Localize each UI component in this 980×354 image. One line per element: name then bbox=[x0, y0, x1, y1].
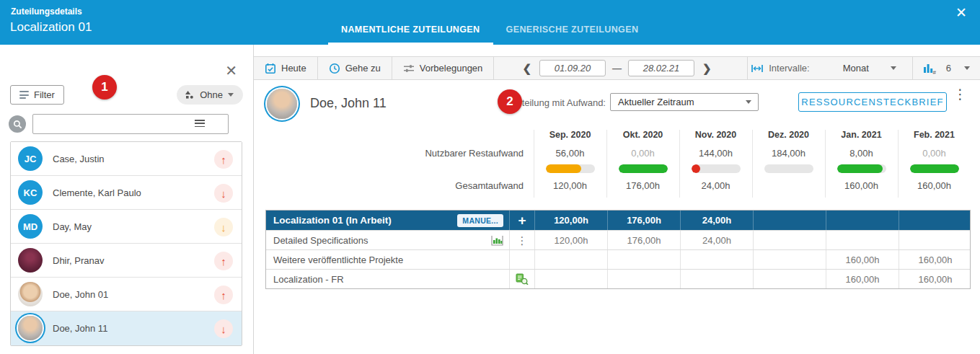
capacity-bar bbox=[546, 164, 595, 173]
work-item-hours[interactable] bbox=[680, 250, 753, 269]
histogram-icon[interactable] bbox=[491, 235, 503, 246]
ressourcensteckbrief-button[interactable]: RESSOURCENSTECKBRIEF bbox=[798, 92, 947, 112]
restaufwand-value: 0,00h bbox=[898, 148, 971, 159]
work-item-hours[interactable]: 176,00h bbox=[607, 231, 680, 249]
group-by-dropdown[interactable]: Ohne bbox=[177, 85, 243, 105]
project-month-value: 120,00h bbox=[534, 211, 607, 230]
work-item-hours[interactable]: 120,00h bbox=[534, 231, 607, 249]
person-name: Clemente, Karl Paulo bbox=[53, 187, 141, 198]
gesamtaufwand-value: 176,00h bbox=[606, 180, 679, 191]
avatar bbox=[18, 316, 43, 340]
avatar bbox=[18, 248, 43, 273]
month-header: Sep. 2020 bbox=[534, 130, 606, 140]
work-item-hours[interactable] bbox=[899, 231, 971, 249]
prev-period-icon[interactable]: ❮ bbox=[521, 62, 533, 75]
work-item-hours[interactable] bbox=[753, 250, 826, 269]
work-item-hours[interactable] bbox=[753, 270, 826, 288]
work-item-hours[interactable] bbox=[753, 231, 826, 249]
gehe-zu-label: Gehe zu bbox=[345, 63, 381, 74]
capacity-bar bbox=[619, 164, 668, 173]
row-icon-slot bbox=[509, 250, 534, 269]
person-name: Dhir, Pranav bbox=[53, 255, 105, 266]
bar-chart-count-icon: # bbox=[923, 63, 937, 74]
restaufwand-value: 0,00h bbox=[606, 148, 679, 159]
more-options-icon[interactable]: ⋮ bbox=[953, 90, 965, 98]
group-by-value: Ohne bbox=[200, 89, 223, 100]
date-range-dash: — bbox=[612, 63, 622, 74]
work-item-hours[interactable] bbox=[680, 270, 753, 288]
list-item-doe-john-01[interactable]: Doe, John 01 ↑ bbox=[11, 278, 242, 311]
table-row-detailed-specifications[interactable]: Detailed Specifications ⋮ 120,00h 176,00… bbox=[266, 230, 970, 249]
allocation-main-panel: Heute Gehe zu Vorbelegungen ❮ — bbox=[254, 45, 980, 354]
work-item-hours[interactable]: 160,00h bbox=[899, 250, 971, 269]
tab-namentliche-zuteilungen[interactable]: NAMENTLICHE ZUTEILUNGEN bbox=[328, 25, 493, 45]
restaufwand-value: 8,00h bbox=[825, 148, 898, 159]
capacity-bar bbox=[837, 164, 886, 173]
list-item-case-justin[interactable]: JC Case, Justin ↑ bbox=[11, 142, 242, 176]
filter-button[interactable]: Filter bbox=[10, 85, 64, 105]
list-item-day-may[interactable]: MD Day, May ↓ bbox=[11, 210, 242, 244]
work-item-hours[interactable]: 24,00h bbox=[680, 231, 753, 249]
search-options-icon[interactable] bbox=[195, 120, 205, 127]
project-header-row: Localization 01 (In Arbeit) MANUE... + 1… bbox=[266, 211, 970, 230]
dialog-header: Zuteilungsdetails Localization 01 NAMENT… bbox=[0, 0, 980, 45]
person-name: Case, Justin bbox=[53, 154, 105, 164]
list-item-doe-john-11[interactable]: Doe, John 11 ↓ bbox=[11, 311, 242, 345]
work-item-name: Weitere veröffentlichte Projekte bbox=[273, 255, 503, 265]
chevron-down-icon bbox=[228, 93, 234, 97]
gehe-zu-button[interactable]: Gehe zu bbox=[318, 57, 392, 79]
date-from-input[interactable] bbox=[539, 60, 606, 76]
tab-generische-zuteilungen[interactable]: GENERISCHE ZUTEILUNGEN bbox=[493, 25, 652, 45]
project-month-value bbox=[899, 211, 971, 230]
heute-button[interactable]: Heute bbox=[254, 57, 317, 79]
work-items-table: Localization 01 (In Arbeit) MANUE... + 1… bbox=[265, 210, 971, 289]
person-name: Doe, John 11 bbox=[53, 323, 107, 334]
date-range-navigator: ❮ — ❯ bbox=[521, 57, 712, 79]
work-item-hours[interactable] bbox=[607, 250, 680, 269]
sidebar-close-icon[interactable]: ✕ bbox=[225, 62, 237, 79]
work-item-hours[interactable]: 160,00h bbox=[826, 270, 899, 288]
intervalle-dropdown[interactable]: Intervalle: Monat bbox=[748, 57, 912, 79]
work-item-hours[interactable] bbox=[826, 231, 899, 249]
zuteilungsdetails-dialog: Zuteilungsdetails Localization 01 NAMENT… bbox=[0, 0, 980, 354]
vorbelegungen-label: Vorbelegungen bbox=[420, 63, 482, 74]
work-item-hours[interactable]: 160,00h bbox=[899, 270, 971, 288]
header-tabs: NAMENTLICHE ZUTEILUNGEN GENERISCHE ZUTEI… bbox=[328, 0, 651, 45]
project-month-value: 24,00h bbox=[680, 211, 753, 230]
overload-arrow-icon: ↑ bbox=[214, 286, 233, 304]
project-title: Localization 01 (In Arbeit) bbox=[273, 215, 457, 226]
work-item-hours[interactable] bbox=[607, 270, 680, 288]
clock-icon bbox=[329, 63, 340, 74]
table-row-localization-fr[interactable]: Localization - FR 160,00h 160,00h bbox=[266, 269, 970, 288]
filter-button-label: Filter bbox=[34, 89, 55, 100]
work-item-hours[interactable] bbox=[534, 270, 607, 288]
avatar bbox=[18, 282, 43, 306]
timeline-toolbar: Heute Gehe zu Vorbelegungen ❮ — bbox=[254, 56, 980, 80]
published-search-icon[interactable] bbox=[509, 270, 534, 288]
avatar: KC bbox=[18, 180, 43, 205]
list-item-dhir-pranav[interactable]: Dhir, Pranav ↑ bbox=[11, 244, 242, 278]
table-row-weitere-projekte[interactable]: Weitere veröffentlichte Projekte 160,00h… bbox=[266, 249, 970, 269]
resource-sidebar: ✕ Filter Ohne JC Case, Justin ↑ KC bbox=[0, 45, 254, 354]
zeitraum-select[interactable]: Aktueller Zeitraum bbox=[610, 93, 759, 111]
overload-arrow-icon: ↑ bbox=[214, 150, 233, 169]
list-item-clemente-karl-paulo[interactable]: KC Clemente, Karl Paulo ↓ bbox=[11, 176, 242, 210]
annotation-badge-2: 2 bbox=[498, 89, 522, 114]
manuell-badge[interactable]: MANUE... bbox=[457, 214, 503, 227]
row-more-options-icon[interactable]: ⋮ bbox=[509, 231, 534, 249]
filter-icon bbox=[19, 91, 29, 99]
dialog-subtitle: Zuteilungsdetails bbox=[11, 6, 82, 17]
gesamtaufwand-value: 160,00h bbox=[898, 180, 971, 191]
date-to-input[interactable] bbox=[628, 60, 694, 76]
work-item-name: Detailed Specifications bbox=[273, 235, 491, 246]
work-item-hours[interactable]: 160,00h bbox=[826, 250, 899, 269]
month-header: Nov. 2020 bbox=[679, 130, 752, 140]
close-icon[interactable]: ✕ bbox=[955, 6, 967, 20]
add-work-item-button[interactable]: + bbox=[509, 211, 534, 230]
interval-count-dropdown[interactable]: # 6 bbox=[912, 57, 980, 79]
next-period-icon[interactable]: ❯ bbox=[701, 62, 713, 75]
month-header: Okt. 2020 bbox=[606, 130, 679, 140]
vorbelegungen-button[interactable]: Vorbelegungen bbox=[392, 57, 493, 79]
search-icon[interactable] bbox=[9, 115, 26, 133]
work-item-hours[interactable] bbox=[534, 250, 607, 269]
